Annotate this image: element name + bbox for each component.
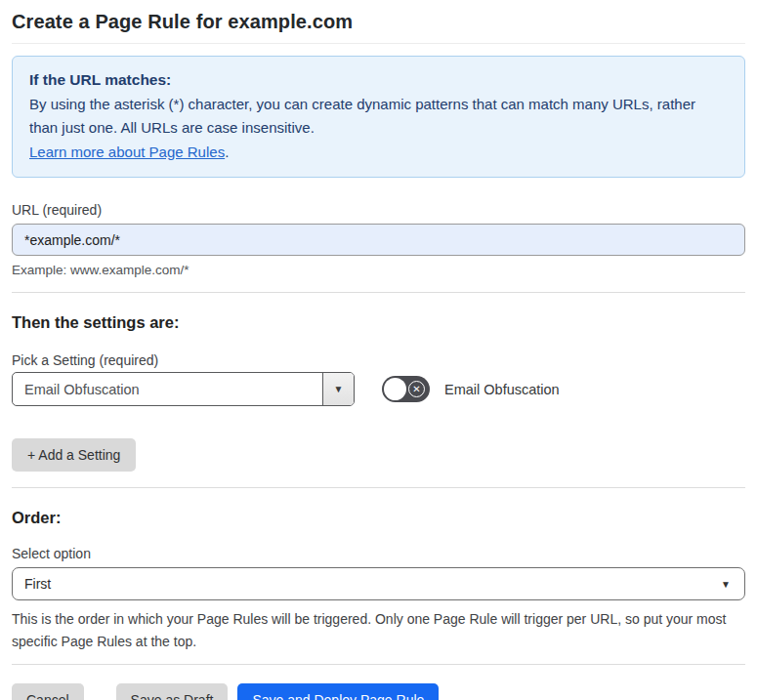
settings-section-heading: Then the settings are:	[12, 313, 745, 332]
footer-actions: Cancel Save as Draft Save and Deploy Pag…	[12, 683, 745, 700]
save-and-deploy-button[interactable]: Save and Deploy Page Rule	[237, 683, 439, 700]
divider	[12, 292, 745, 293]
order-select-value: First	[24, 576, 51, 592]
order-help-text: This is the order in which your Page Rul…	[12, 608, 745, 653]
url-input[interactable]	[12, 224, 745, 256]
callout-link-suffix: .	[225, 144, 229, 160]
setting-select-arrow-button[interactable]: ▼	[322, 373, 354, 405]
setting-select[interactable]: Email Obfuscation ▼	[12, 372, 355, 406]
order-section-heading: Order:	[12, 509, 745, 527]
toggle-off-x-icon: ✕	[408, 381, 425, 397]
spacer	[94, 683, 106, 700]
callout-heading: If the URL matches:	[29, 68, 728, 93]
order-select-label: Select option	[12, 546, 745, 561]
setting-select-value: Email Obfuscation	[13, 373, 322, 405]
dropdown-arrow-icon: ▼	[721, 579, 731, 590]
callout-body: By using the asterisk (*) character, you…	[29, 93, 728, 141]
callout-link-line: Learn more about Page Rules.	[29, 141, 728, 165]
url-matches-callout: If the URL matches: By using the asteris…	[12, 56, 745, 178]
toggle-label: Email Obfuscation	[444, 382, 560, 397]
cancel-button[interactable]: Cancel	[12, 683, 84, 700]
order-select[interactable]: First ▼	[12, 567, 745, 600]
email-obfuscation-toggle-group: ✕ Email Obfuscation	[382, 376, 560, 402]
create-page-rule-form: Create a Page Rule for example.com If th…	[0, 0, 757, 700]
page-header: Create a Page Rule for example.com	[12, 0, 745, 44]
add-setting-button[interactable]: + Add a Setting	[12, 438, 136, 472]
setting-row: Email Obfuscation ▼ ✕ Email Obfuscation	[12, 372, 745, 406]
save-as-draft-button[interactable]: Save as Draft	[116, 683, 229, 700]
page-title: Create a Page Rule for example.com	[12, 11, 745, 33]
learn-more-link[interactable]: Learn more about Page Rules	[29, 144, 225, 160]
pick-setting-label: Pick a Setting (required)	[12, 352, 745, 368]
toggle-knob	[384, 378, 406, 400]
url-label: URL (required)	[12, 202, 745, 218]
divider	[12, 664, 745, 665]
url-example-text: Example: www.example.com/*	[12, 263, 745, 277]
email-obfuscation-toggle[interactable]: ✕	[382, 376, 430, 402]
dropdown-arrow-icon: ▼	[334, 384, 344, 394]
divider	[12, 487, 745, 488]
